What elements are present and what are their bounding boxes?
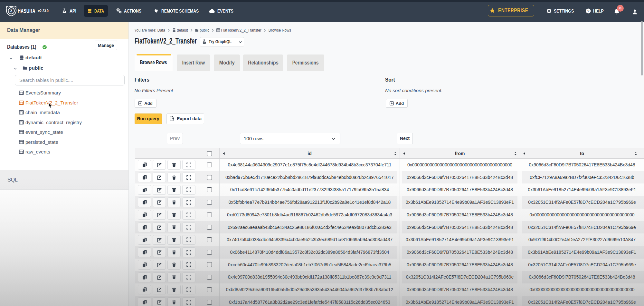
svg-text:λ: λ xyxy=(10,8,13,13)
svg-text:?: ? xyxy=(587,9,590,13)
